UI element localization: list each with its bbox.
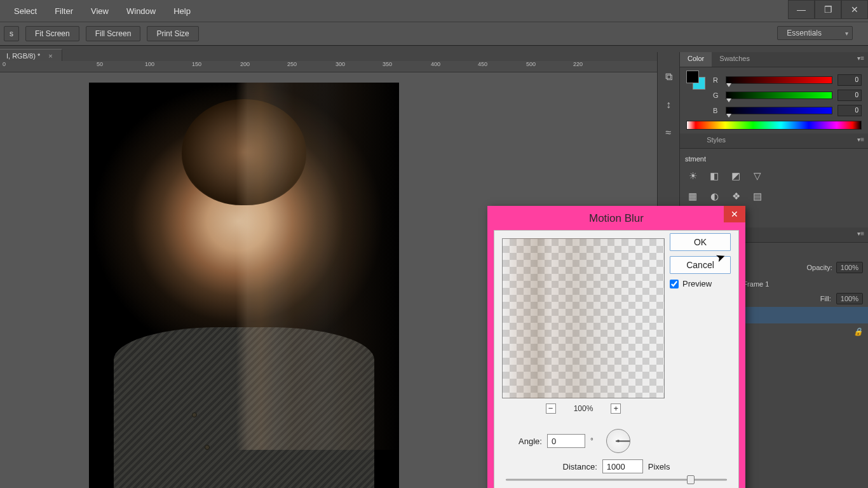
menu-window[interactable]: Window: [118, 3, 165, 20]
color-panel-tabs: Color Swatches ▾≡: [680, 52, 868, 67]
styles-panel-tabs: _ Styles ▾≡: [680, 133, 868, 149]
button-icon: [205, 445, 210, 450]
ruler-tick: 150: [192, 61, 230, 67]
panel-menu-icon[interactable]: ▾≡: [853, 52, 868, 67]
color-panel: R 0 G 0 B 0: [680, 67, 868, 133]
opacity-field[interactable]: 100%: [836, 262, 863, 273]
menu-help[interactable]: Help: [165, 3, 200, 20]
channel-g-slider[interactable]: [726, 92, 832, 99]
ruler-tick: 500: [526, 61, 564, 67]
fit-screen-button[interactable]: Fit Screen: [25, 26, 79, 41]
preview-checkbox[interactable]: [670, 280, 679, 288]
adj-icon[interactable]: [770, 168, 788, 184]
channel-r-value[interactable]: 0: [837, 74, 862, 86]
motion-blur-dialog: Motion Blur ✕ − 100% + OK Cancel Preview…: [487, 206, 745, 488]
opacity-label: Opacity:: [807, 264, 832, 271]
options-overflow-button[interactable]: s: [4, 26, 19, 41]
adjustments-icon[interactable]: ≈: [661, 126, 675, 140]
adj-bw-icon[interactable]: ❖: [727, 188, 745, 205]
foreground-background-swatch[interactable]: [686, 71, 705, 90]
adj-icon[interactable]: [770, 188, 788, 205]
ruler-tick: 0: [3, 61, 41, 67]
window-maximize-button[interactable]: ❐: [815, 0, 841, 19]
zoom-level: 100%: [574, 404, 593, 413]
ruler-tick: 250: [287, 61, 325, 67]
menu-select[interactable]: Select: [5, 3, 46, 20]
distance-row: Distance: Pixels: [494, 459, 738, 473]
dialog-close-button[interactable]: ✕: [724, 206, 745, 222]
angle-input[interactable]: [547, 434, 585, 448]
degree-symbol: °: [590, 437, 593, 445]
adj-hue-icon[interactable]: ▦: [684, 188, 702, 205]
window-close-button[interactable]: ✕: [841, 0, 868, 19]
fill-field[interactable]: 100%: [836, 293, 863, 304]
tab-swatches[interactable]: Swatches: [712, 52, 757, 67]
channel-b-value[interactable]: 0: [837, 105, 862, 116]
adj-levels-icon[interactable]: ◧: [705, 168, 723, 184]
preview-checkbox-row[interactable]: Preview: [670, 279, 735, 288]
ruler-tick: 220: [573, 61, 611, 67]
ruler-tick: 300: [336, 61, 374, 67]
menu-view[interactable]: View: [82, 3, 118, 20]
ruler-tick: 200: [240, 61, 278, 67]
adj-curves-icon[interactable]: ◩: [727, 168, 745, 184]
history-icon[interactable]: ⧉: [661, 70, 675, 84]
channel-b-label: B: [713, 107, 721, 114]
ruler-tick: 400: [431, 61, 469, 67]
tab-styles[interactable]: Styles: [699, 133, 733, 148]
channel-g-value[interactable]: 0: [837, 90, 862, 101]
adj-brightness-icon[interactable]: ☀: [684, 168, 702, 184]
foreground-color-swatch[interactable]: [686, 71, 699, 83]
dialog-title: Motion Blur: [487, 212, 745, 225]
adjustments-title: stment: [684, 152, 863, 168]
menubar: Select Filter View Window Help — ❐ ✕: [0, 0, 868, 22]
motion-blur-streaks: [213, 83, 399, 450]
channel-r-label: R: [713, 76, 721, 84]
channel-r-slider[interactable]: [726, 76, 832, 84]
options-bar: s Fit Screen Fill Screen Print Size Esse…: [0, 22, 868, 46]
ruler-horizontal: 0 50 100 150 200 250 300 350 400 450 500…: [0, 61, 667, 72]
ruler-tick: 50: [97, 61, 135, 67]
window-minimize-button[interactable]: —: [788, 0, 815, 19]
ok-button[interactable]: OK: [670, 233, 731, 251]
workspace-area: 0 50 100 150 200 250 300 350 400 450 500…: [0, 61, 868, 488]
adj-photo-filter-icon[interactable]: ▤: [749, 188, 766, 205]
ruler-tick: 450: [478, 61, 516, 67]
tab-color[interactable]: Color: [680, 52, 712, 67]
ruler-tick: 350: [383, 61, 421, 67]
adj-balance-icon[interactable]: ◐: [705, 188, 723, 205]
panel-menu-icon[interactable]: ▾≡: [853, 227, 868, 242]
document-tab-label: I, RGB/8) *: [6, 52, 40, 60]
channel-b-slider[interactable]: [726, 107, 832, 114]
preview-label: Preview: [682, 279, 712, 288]
angle-label: Angle:: [519, 437, 542, 446]
angle-dial[interactable]: [606, 429, 630, 453]
document-tab-close[interactable]: ×: [48, 52, 52, 60]
zoom-out-button[interactable]: −: [546, 403, 556, 414]
adj-exposure-icon[interactable]: ▽: [749, 168, 766, 184]
lock-icon: 🔒: [853, 327, 863, 336]
zoom-in-button[interactable]: +: [611, 403, 621, 414]
fill-screen-button[interactable]: Fill Screen: [86, 26, 141, 41]
button-icon: [192, 412, 197, 417]
workspace-switcher[interactable]: Essentials ▾: [777, 26, 853, 40]
print-size-button[interactable]: Print Size: [147, 26, 198, 41]
fill-label: Fill:: [820, 295, 831, 302]
ruler-tick: 100: [145, 61, 183, 67]
distance-slider-thumb[interactable]: [687, 475, 695, 484]
cancel-button[interactable]: Cancel: [670, 256, 731, 274]
distance-label: Distance:: [563, 462, 597, 471]
angle-row: Angle: °: [519, 429, 630, 453]
canvas[interactable]: [89, 83, 399, 488]
dialog-body: − 100% + OK Cancel Preview Angle: °: [494, 230, 739, 488]
menu-filter[interactable]: Filter: [46, 3, 82, 20]
preview-blur-overlay: [502, 238, 665, 398]
distance-slider[interactable]: [506, 478, 727, 481]
spectrum-bar[interactable]: [686, 121, 862, 130]
document-tab[interactable]: I, RGB/8) * ×: [0, 49, 62, 61]
panel-menu-icon[interactable]: ▾≡: [853, 133, 868, 148]
chevron-down-icon: ▾: [845, 30, 848, 37]
workspace-label: Essentials: [787, 29, 822, 37]
brush-icon[interactable]: ↕: [661, 98, 675, 112]
distance-input[interactable]: [602, 459, 643, 473]
